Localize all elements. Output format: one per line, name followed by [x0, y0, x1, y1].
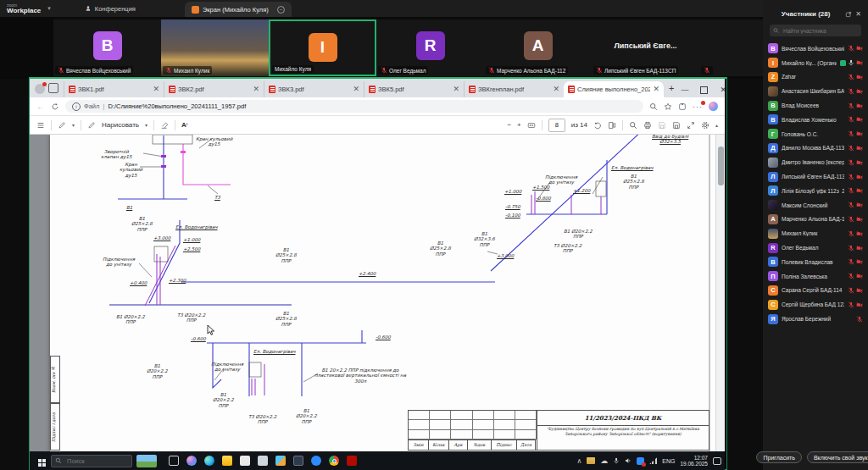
- taskbar-search-input[interactable]: [65, 456, 128, 466]
- url-field[interactable]: i Файл | D:/Слияние%20выполнено_20241111…: [65, 100, 643, 113]
- participant-row[interactable]: ІМихайло Ку... (Организатор): [768, 56, 863, 70]
- copilot-icon[interactable]: [709, 102, 718, 111]
- participant-row[interactable]: АМарченко Альона БАД-112: [768, 213, 863, 227]
- video-thumbnail[interactable]: Липський Євге...Липський Євген БАД-113СП: [592, 19, 699, 76]
- tab-close-icon[interactable]: ✕: [353, 86, 359, 93]
- print-icon[interactable]: [643, 121, 652, 130]
- calculator-icon[interactable]: [293, 456, 303, 466]
- weather-widget[interactable]: [136, 455, 157, 467]
- highlighter-icon[interactable]: [58, 121, 66, 130]
- participant-row[interactable]: ЛЛипський Євген БАД-113СП: [768, 169, 863, 184]
- refresh-icon[interactable]: [51, 102, 59, 111]
- participant-row[interactable]: Михаил Кулик: [768, 226, 863, 241]
- invite-button[interactable]: Пригласить: [756, 451, 801, 463]
- zoom-in-icon[interactable]: +: [517, 121, 521, 129]
- save-as-icon[interactable]: [672, 121, 681, 130]
- participant-row[interactable]: Максим Слонский: [768, 198, 863, 213]
- chevron-down-icon[interactable]: ▾: [72, 122, 75, 128]
- eraser-icon[interactable]: [160, 121, 169, 130]
- toc-icon[interactable]: [36, 121, 45, 130]
- search-document-icon[interactable]: [629, 121, 637, 130]
- edge-icon[interactable]: [204, 456, 214, 466]
- new-tab-button[interactable]: +: [669, 83, 674, 93]
- tab-close-icon[interactable]: ✕: [153, 86, 159, 93]
- browser-tab[interactable]: ЗВК2.pdf✕: [164, 81, 264, 97]
- fullscreen-icon[interactable]: [687, 121, 695, 130]
- participant-row[interactable]: ЯЯрослав Бережний: [768, 312, 863, 326]
- mail-icon[interactable]: [258, 456, 268, 466]
- draw-pen-icon[interactable]: [87, 121, 96, 130]
- tab-close-icon[interactable]: ✕: [453, 86, 459, 93]
- tab-close-icon[interactable]: ✕: [653, 86, 659, 93]
- settings-gear-icon[interactable]: [701, 121, 709, 130]
- participant-row[interactable]: ЛЛілія Білозуб уфк 112з_2: [768, 184, 863, 198]
- tab-close-icon[interactable]: ✕: [253, 86, 259, 93]
- language-indicator[interactable]: ENG: [662, 458, 675, 464]
- participant-row[interactable]: ДДанило Москва БАД-113сп: [768, 141, 863, 156]
- tab-actions-icon[interactable]: [48, 83, 58, 93]
- participants-search[interactable]: [770, 25, 861, 36]
- draw-button[interactable]: Нарисовать: [102, 121, 139, 129]
- close-panel-icon[interactable]: ✕: [855, 10, 861, 18]
- participant-row[interactable]: ВВлад Моисеев: [768, 98, 863, 113]
- network-icon[interactable]: [649, 457, 657, 464]
- close-screen-tab-icon[interactable]: −: [277, 6, 285, 14]
- onedrive-icon[interactable]: ☁: [600, 456, 608, 465]
- popout-icon[interactable]: [845, 11, 852, 18]
- tray-speaker-icon[interactable]: [625, 457, 632, 464]
- video-thumbnail[interactable]: ІМихайло Куля: [269, 19, 376, 76]
- copilot-icon[interactable]: [186, 456, 197, 466]
- video-thumbnail[interactable]: RОлег Ведьмал: [376, 19, 484, 76]
- browser-tab[interactable]: ЗВК1.pdf✕: [64, 81, 164, 97]
- zoom-page-icon[interactable]: [649, 102, 658, 111]
- browser-tab[interactable]: ЗВК3.pdf✕: [264, 81, 364, 97]
- participant-row[interactable]: ZZahar: [768, 70, 863, 85]
- start-button[interactable]: [33, 454, 47, 467]
- participants-search-input[interactable]: [782, 27, 858, 35]
- participant-row[interactable]: ГГоловань О.С.: [768, 127, 863, 141]
- participant-row[interactable]: ВВячеслав Войцеховський (Я): [768, 41, 863, 56]
- tray-chevron-up-icon[interactable]: ∧: [576, 457, 581, 465]
- participant-row[interactable]: ППоліна Залевська: [768, 269, 863, 284]
- taskbar-clock[interactable]: 12:07 19.06.2025: [680, 455, 708, 467]
- extensions-icon[interactable]: [678, 102, 687, 111]
- store-icon[interactable]: [240, 456, 250, 466]
- page-view-icon[interactable]: [608, 121, 616, 130]
- read-aloud-icon[interactable]: A⁾: [181, 121, 187, 129]
- acrobat-icon[interactable]: [347, 456, 357, 466]
- participant-row[interactable]: Анастасия Шкибарин БАД-114: [768, 84, 863, 98]
- scrollbar-thumb[interactable]: [718, 147, 724, 185]
- chevron-down-icon[interactable]: ▾: [145, 122, 147, 128]
- unmute-button[interactable]: Включить свой звук: [807, 451, 868, 463]
- taskbar-search[interactable]: [51, 455, 132, 467]
- tray-folder-icon[interactable]: [587, 457, 595, 464]
- participant-row[interactable]: RОлег Ведьмал: [768, 241, 863, 255]
- tab-close-icon[interactable]: ✕: [553, 86, 559, 93]
- photos-icon[interactable]: [275, 456, 286, 466]
- browser-tab[interactable]: ЗВКгенплан.pdf✕: [464, 81, 564, 97]
- notification-center-icon[interactable]: [713, 457, 721, 465]
- pdf-scrollbar[interactable]: [715, 135, 725, 451]
- participant-row[interactable]: Дмитро Іваненко [експерт NAQA]: [768, 155, 863, 169]
- save-icon[interactable]: [658, 121, 666, 130]
- page-info-icon[interactable]: i: [72, 102, 81, 111]
- profile-avatar[interactable]: [35, 84, 45, 94]
- browser-menu-icon[interactable]: ···: [693, 102, 703, 111]
- participant-row[interactable]: ВВладислав Хоменько: [768, 113, 863, 127]
- close-button[interactable]: ✕: [720, 86, 726, 94]
- task-view-icon[interactable]: [169, 456, 179, 466]
- participant-row[interactable]: ССергій Щербина БАД 122: [768, 297, 863, 312]
- maximize-button[interactable]: [700, 86, 708, 94]
- video-thumbnail[interactable]: Михаил Кулик: [161, 19, 269, 76]
- tab-shared-screen[interactable]: Экран (Михайло Куля) −: [185, 2, 292, 17]
- file-explorer-icon[interactable]: [222, 456, 232, 466]
- chrome-icon[interactable]: [329, 456, 339, 466]
- chevron-down-icon[interactable]: ▾: [47, 5, 51, 12]
- back-icon[interactable]: ←: [36, 102, 45, 111]
- tray-zoom-icon[interactable]: [637, 457, 644, 465]
- browser-tab[interactable]: Слияние выполнено_202...✕: [564, 81, 664, 97]
- tray-mic-icon[interactable]: [613, 457, 620, 464]
- video-thumbnail[interactable]: ВВячеслав Войцеховський: [53, 19, 161, 76]
- minimize-button[interactable]: —: [681, 86, 688, 94]
- participant-row[interactable]: ВПолевик Владислав: [768, 255, 863, 269]
